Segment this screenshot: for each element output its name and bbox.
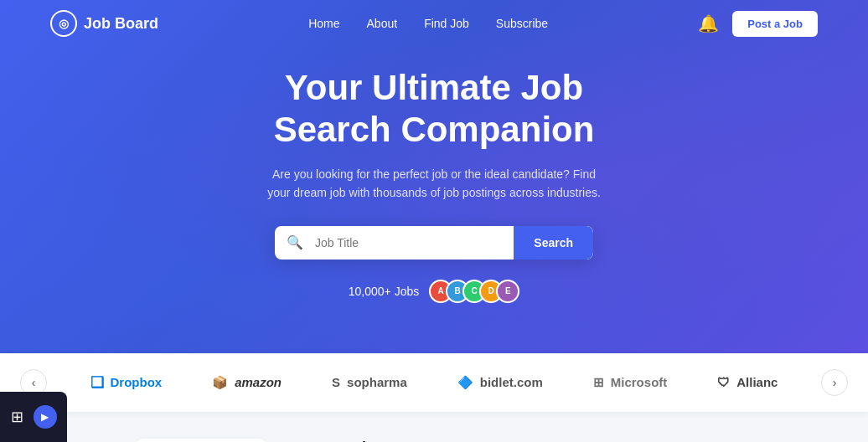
company-microsoft: ⊞ Microsoft <box>593 375 668 390</box>
hero-subtitle: Are you looking for the perfect job or t… <box>266 165 602 203</box>
post-job-button[interactable]: Post a Job <box>732 11 818 37</box>
hero-section: Your Ultimate Job Search Companion Are y… <box>17 67 851 303</box>
navbar: ◎ Job Board Home About Find Job Subscrib… <box>0 0 868 47</box>
main-content: Job Type Clear Full Time Part Tire Remot… <box>0 412 868 442</box>
search-input[interactable] <box>315 226 514 260</box>
allianc-icon: 🛡 <box>717 375 730 389</box>
job-listings: Latest Jobs 2,640 Result Found 🔷 Microso… <box>288 439 848 442</box>
amazon-icon: 📦 <box>212 375 228 390</box>
job-count: 10,000+ Jobs <box>349 285 419 298</box>
avatar-group: A B C D E <box>429 280 519 303</box>
bottom-bar: ⊞ ▶ <box>0 392 67 442</box>
allianc-label: Allianc <box>736 375 778 389</box>
listings-header: Latest Jobs 2,640 Result Found <box>288 439 848 442</box>
companies-bar: ‹ ❑ Dropbox 📦 amazon S sopharma 🔷 bidlet… <box>0 353 868 412</box>
job-count-row: 10,000+ Jobs A B C D E <box>17 280 851 303</box>
search-button[interactable]: Search <box>514 226 593 260</box>
company-amazon: 📦 amazon <box>212 375 282 390</box>
sidebar: Job Type Clear Full Time Part Tire Remot… <box>134 439 268 442</box>
microsoft-label: Microsoft <box>611 375 668 389</box>
microsoft-icon: ⊞ <box>593 375 604 390</box>
nav-actions: 🔔 Post a Job <box>698 11 818 37</box>
listings-title: Latest Jobs <box>288 439 381 442</box>
dropbox-icon: ❑ <box>90 373 104 392</box>
company-bidlet: 🔷 bidlet.com <box>457 375 543 390</box>
company-dropbox: ❑ Dropbox <box>90 373 163 392</box>
logo: ◎ Job Board <box>50 10 158 37</box>
dropbox-label: Dropbox <box>111 375 163 389</box>
grid-icon: ⊞ <box>11 408 23 426</box>
nav-find-job[interactable]: Find Job <box>424 17 469 30</box>
sopharma-icon: S <box>332 375 340 389</box>
nav-subscribe[interactable]: Subscribe <box>496 17 548 30</box>
bidlet-label: bidlet.com <box>480 375 543 389</box>
bidlet-icon: 🔷 <box>457 375 473 390</box>
company-allianc: 🛡 Allianc <box>717 375 778 389</box>
logo-text: Job Board <box>84 15 158 33</box>
amazon-label: amazon <box>235 375 282 389</box>
company-sopharma: S sopharma <box>332 375 407 389</box>
nav-about[interactable]: About <box>367 17 398 30</box>
notification-bell-icon[interactable]: 🔔 <box>698 13 719 33</box>
search-icon: 🔍 <box>275 226 315 260</box>
hero-title: Your Ultimate Job Search Companion <box>17 67 851 152</box>
sopharma-label: sopharma <box>347 375 407 389</box>
nav-links: Home About Find Job Subscribe <box>308 17 548 30</box>
logo-icon: ◎ <box>50 10 77 37</box>
job-search-bar: 🔍 Search <box>275 226 593 260</box>
avatar-5: E <box>496 280 519 303</box>
companies-next-button[interactable]: › <box>821 369 848 396</box>
nav-home[interactable]: Home <box>308 17 339 30</box>
expand-button[interactable]: ▶ <box>34 405 57 429</box>
